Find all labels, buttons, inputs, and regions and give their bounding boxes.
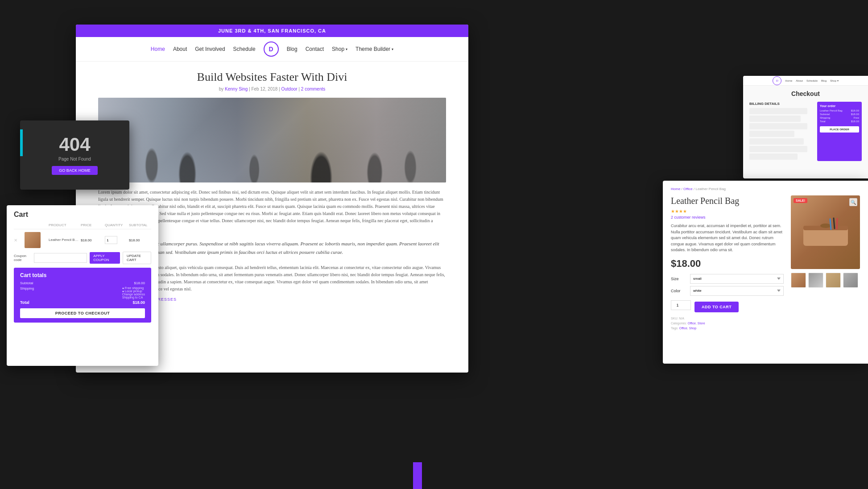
shop-caret: ▾ xyxy=(346,47,347,51)
svg-line-3 xyxy=(830,219,831,229)
apply-coupon-btn[interactable]: APPLY COUPON xyxy=(90,252,120,264)
nav-shop[interactable]: Shop ▾ xyxy=(332,46,347,52)
product-sku: SKU: N/A xyxy=(671,316,784,321)
coupon-input[interactable] xyxy=(34,253,87,263)
breadcrumb-product: Leather Pencil Bag xyxy=(695,187,726,191)
product-color-row: Color white xyxy=(671,286,784,296)
checkout-nav-link-shop[interactable]: Shop ▾ xyxy=(830,79,839,82)
nav-theme-builder[interactable]: Theme Builder ▾ xyxy=(355,46,393,52)
coupon-label: Coupon code xyxy=(14,254,31,262)
breadcrumb-home[interactable]: Home xyxy=(671,187,680,191)
product-name: Leather Pencil Bag xyxy=(671,195,784,206)
qty-input[interactable] xyxy=(671,300,691,310)
checkout-place-order-btn[interactable]: PLACE ORDER xyxy=(820,126,859,133)
product-reviews[interactable]: 2 customer reviews xyxy=(671,215,784,220)
checkout-order-row-3: Shipping Free xyxy=(820,116,859,119)
product-image-col: SALE! 🔍 xyxy=(791,195,860,331)
cart-total-value: $18.00 xyxy=(132,300,145,305)
cart-totals-box: Cart totals Subtotal $18.00 Shipping ● F… xyxy=(14,268,151,323)
svg-line-5 xyxy=(837,219,837,229)
product-categories: Categories: Office, Store xyxy=(671,321,784,326)
purple-accent-bottom xyxy=(413,462,422,489)
cart-subtotal-label: Subtotal xyxy=(20,281,33,285)
checkout-order-row-2: Subtotal $18.00 xyxy=(820,113,859,116)
checkout-nav-logo: D xyxy=(773,76,781,85)
product-thumb-3[interactable] xyxy=(826,273,841,288)
product-info: Leather Pencil Bag ★★★★ 2 customer revie… xyxy=(671,195,784,331)
sale-badge: SALE! xyxy=(794,198,807,203)
404-text: Page Not Found xyxy=(58,157,91,162)
product-thumb-2[interactable] xyxy=(808,273,823,288)
product-thumb-1[interactable] xyxy=(791,273,806,288)
cart-row: ✕ Leather Pencil Bag - small - white $18… xyxy=(14,232,151,248)
nav-get-involved[interactable]: Get Involved xyxy=(195,46,225,52)
cart-shipping-label: Shipping xyxy=(20,286,34,299)
svg-point-2 xyxy=(820,224,831,228)
checkout-nav-link-about[interactable]: About xyxy=(796,79,803,82)
breadcrumb: Home / Office / Leather Pencil Bag xyxy=(671,187,860,191)
add-to-cart-btn[interactable]: ADD TO CART xyxy=(694,302,739,312)
checkout-order-row-1: Leather Pencil Bag $18.00 xyxy=(820,109,859,112)
blog-meta-category[interactable]: Outdoor xyxy=(281,87,298,91)
checkout-nav-link-schedule[interactable]: Schedule xyxy=(806,79,818,82)
checkout-field-3 xyxy=(749,123,807,129)
404-go-back-btn[interactable]: GO BACK HOME xyxy=(52,166,98,175)
color-select[interactable]: white xyxy=(690,286,784,296)
zoom-icon[interactable]: 🔍 xyxy=(849,198,857,206)
404-accent xyxy=(20,129,23,156)
product-layout: Leather Pencil Bag ★★★★ 2 customer revie… xyxy=(671,195,860,331)
cart-item-price: $18.00 xyxy=(81,238,103,242)
nav-logo[interactable]: D xyxy=(264,41,279,57)
banner-text: JUNE 3RD & 4TH, SAN FRANCISCO, CA xyxy=(218,28,326,33)
product-thumb-4[interactable] xyxy=(843,273,858,288)
color-label: Color xyxy=(671,289,686,293)
blog-image-people xyxy=(98,98,446,182)
cart-total-label: Total xyxy=(20,300,29,305)
cart-col-product: Product xyxy=(49,223,79,227)
cart-item-subtotal: $18.00 xyxy=(129,238,151,242)
cart-row-remove[interactable]: ✕ xyxy=(14,238,23,243)
checkout-field-4 xyxy=(749,131,794,137)
blog-meta-date: Feb 12, 2018 xyxy=(251,87,277,91)
blog-meta: by Kenny Sing | Feb 12, 2018 | Outdoor |… xyxy=(98,87,446,91)
cart-item-name: Leather Pencil Bag - small - white xyxy=(49,238,79,242)
update-cart-btn[interactable]: UPDATE CART xyxy=(123,252,151,264)
cart-total-row: Total $18.00 xyxy=(20,300,145,305)
checkout-order-title: Your order xyxy=(820,104,859,108)
checkout-nav-mini: D Home About Schedule Blog Shop ▾ xyxy=(743,76,868,86)
top-banner: JUNE 3RD & 4TH, SAN FRANCISCO, CA xyxy=(76,25,468,37)
breadcrumb-office[interactable]: Office xyxy=(683,187,693,191)
proceed-checkout-btn[interactable]: PROCEED TO CHECKOUT xyxy=(20,308,145,318)
blog-featured-image xyxy=(98,98,446,182)
checkout-title: Checkout xyxy=(749,90,862,97)
blog-meta-comments[interactable]: 2 comments xyxy=(301,87,325,91)
theme-builder-caret: ▾ xyxy=(392,47,393,51)
size-select[interactable]: small xyxy=(690,274,784,284)
size-label: Size xyxy=(671,277,686,281)
checkout-layout: Billing details Your order Leather Penci… xyxy=(749,102,862,161)
cart-shipping-free: ● Free shipping xyxy=(122,286,145,290)
checkout-nav-link-blog[interactable]: Blog xyxy=(821,79,827,82)
checkout-field-1 xyxy=(749,108,807,114)
product-size-row: Size small xyxy=(671,274,784,284)
checkout-field-5 xyxy=(749,138,804,145)
cart-qty-input[interactable] xyxy=(105,236,117,244)
nav-blog[interactable]: Blog xyxy=(287,46,298,52)
product-bag-svg xyxy=(799,217,852,248)
nav-about[interactable]: About xyxy=(173,46,187,52)
nav-bar: Home About Get Involved Schedule D Blog … xyxy=(76,37,468,62)
checkout-field-6 xyxy=(749,146,807,152)
nav-home[interactable]: Home xyxy=(151,46,165,52)
cart-title: Cart xyxy=(14,211,151,219)
cart-change-address[interactable]: Change address xyxy=(122,293,145,296)
product-qty-row: ADD TO CART xyxy=(671,298,784,312)
product-description: Curabitur arcu erat, accumsan id imperdi… xyxy=(671,223,784,253)
nav-contact[interactable]: Contact xyxy=(306,46,324,52)
checkout-window: D Home About Schedule Blog Shop ▾ Checko… xyxy=(743,76,868,178)
nav-schedule[interactable]: Schedule xyxy=(233,46,256,52)
cart-shipping-to: Shipping to CA xyxy=(122,296,145,299)
product-stars: ★★★★ xyxy=(671,209,784,214)
cart-col-price: Price xyxy=(81,223,103,227)
checkout-nav-link-home[interactable]: Home xyxy=(785,79,792,82)
blog-meta-author[interactable]: Kenny Sing xyxy=(225,87,248,91)
